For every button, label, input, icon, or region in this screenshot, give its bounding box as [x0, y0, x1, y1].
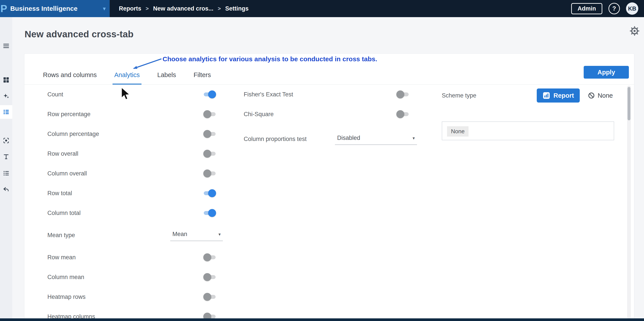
none-icon [588, 92, 595, 99]
scheme-type-options: Report None [537, 89, 614, 103]
bottom-edge [0, 318, 644, 321]
menu-icon[interactable] [0, 39, 12, 53]
setting-row-row-overall: Row overall [48, 144, 223, 164]
setting-row-column-proportions-test: Column proportions testDisabled▾ [244, 127, 417, 151]
setting-label: Row overall [48, 150, 78, 157]
setting-label: Column percentage [48, 131, 99, 137]
annotation-text: Choose analytics for various analysis to… [162, 55, 377, 63]
app-title: Business Intelligence [10, 5, 78, 12]
setting-label: Column proportions test [244, 136, 307, 143]
toggle-column-total[interactable] [203, 209, 216, 217]
select-column-proportions-test[interactable]: Disabled▾ [335, 133, 417, 145]
toggle-knob[interactable] [203, 273, 211, 281]
dashboard-icon[interactable] [0, 73, 12, 87]
setting-label: Fisher's Exact Test [244, 91, 293, 98]
bar-chart-icon [542, 92, 550, 100]
page-title: New advanced cross-tab [24, 29, 134, 40]
toggle-knob[interactable] [203, 110, 211, 118]
sidebar [0, 17, 12, 321]
panel-scrollbar[interactable] [627, 86, 631, 319]
chevron-down-icon[interactable]: ▾ [103, 5, 106, 12]
setting-label: Row percentage [48, 111, 90, 118]
toggle-knob[interactable] [203, 169, 211, 177]
toggle-column-mean[interactable] [203, 273, 216, 281]
select-value: Mean [172, 231, 187, 238]
toggle-knob[interactable] [208, 209, 216, 217]
help-button[interactable]: ? [608, 3, 620, 14]
gear-icon[interactable] [629, 26, 640, 37]
toggle-heatmap-rows[interactable] [203, 293, 216, 301]
tab-analytics[interactable]: Analytics [112, 71, 142, 84]
toggle-knob[interactable] [208, 189, 216, 197]
apply-button[interactable]: Apply [584, 66, 629, 79]
text-tool-icon[interactable] [0, 150, 12, 164]
setting-row-row-percentage: Row percentage [48, 104, 223, 124]
setting-row-heatmap-rows: Heatmap rows [48, 287, 223, 307]
toggle-knob[interactable] [208, 91, 216, 98]
select-value: Disabled [337, 135, 360, 141]
toggle-fisher-s-exact-test[interactable] [396, 90, 409, 99]
sparkles-icon[interactable] [0, 89, 12, 103]
scheme-report-label: Report [554, 92, 574, 99]
scheme-none-button[interactable]: None [586, 92, 614, 100]
chevron-down-icon: ▾ [412, 135, 415, 141]
scan-icon[interactable] [0, 134, 12, 147]
app-switcher[interactable]: P Business Intelligence ▾ [0, 0, 110, 17]
setting-label: Count [48, 91, 63, 98]
app-window: P Business Intelligence ▾ Reports>New ad… [0, 0, 644, 321]
breadcrumb-item-reports[interactable]: Reports [119, 5, 141, 12]
setting-row-fisher-s-exact-test: Fisher's Exact Test [244, 85, 417, 104]
topbar: P Business Intelligence ▾ Reports>New ad… [0, 0, 644, 17]
undo-icon[interactable] [0, 182, 12, 196]
select-mean-type[interactable]: Mean▾ [170, 229, 223, 241]
toggle-knob[interactable] [203, 130, 211, 138]
setting-row-count: Count [48, 85, 223, 104]
admin-button[interactable]: Admin [571, 3, 602, 14]
toggle-row-mean[interactable] [203, 253, 216, 261]
toggle-knob[interactable] [203, 293, 211, 301]
scheme-value-box[interactable]: None [442, 121, 614, 140]
setting-label: Row total [48, 190, 72, 197]
setting-row-mean-type: Mean typeMean▾ [48, 223, 223, 247]
scheme-report-button[interactable]: Report [537, 89, 580, 103]
settings-panel: Choose analytics for various analysis to… [24, 53, 634, 321]
scheme-type-row: Scheme type Report None [442, 85, 614, 107]
toggle-knob[interactable] [203, 253, 211, 261]
toggle-chi-square[interactable] [396, 110, 409, 118]
breadcrumb-separator-icon: > [218, 6, 221, 12]
setting-label: Column total [48, 210, 81, 216]
scheme-none-label: None [598, 92, 613, 99]
list-icon[interactable] [0, 166, 12, 180]
setting-label: Column mean [48, 274, 84, 281]
toggle-knob[interactable] [396, 91, 404, 98]
toggle-knob[interactable] [396, 110, 404, 118]
scheme-type-label: Scheme type [442, 92, 476, 99]
tab-rows-and-columns[interactable]: Rows and columns [41, 71, 98, 84]
breadcrumb-separator-icon: > [146, 6, 149, 12]
toggle-row-overall[interactable] [203, 150, 216, 158]
settings-column-2: Fisher's Exact TestChi-SquareColumn prop… [244, 85, 417, 151]
toggle-knob[interactable] [203, 150, 211, 158]
topbar-actions: Admin ? KB [571, 3, 644, 15]
toggle-row-total[interactable] [203, 189, 216, 197]
settings-column-1: CountRow percentageColumn percentageRow … [48, 85, 223, 321]
tab-filters[interactable]: Filters [192, 71, 213, 84]
user-avatar[interactable]: KB [626, 3, 638, 15]
breadcrumb-item-new-advanced-cros[interactable]: New advanced cros... [153, 5, 214, 12]
toggle-row-percentage[interactable] [203, 110, 216, 118]
toggle-column-overall[interactable] [203, 169, 216, 178]
setting-label: Mean type [48, 232, 75, 239]
scrollbar-thumb[interactable] [628, 87, 630, 120]
chevron-down-icon: ▾ [218, 232, 221, 237]
setting-row-chi-square: Chi-Square [244, 104, 417, 124]
breadcrumb-item-settings[interactable]: Settings [225, 5, 249, 12]
setting-label: Chi-Square [244, 111, 274, 118]
tab-labels[interactable]: Labels [156, 71, 178, 84]
setting-label: Column overall [48, 170, 87, 177]
analytics-settings: CountRow percentageColumn percentageRow … [24, 85, 625, 321]
setting-row-column-overall: Column overall [48, 164, 223, 183]
toggle-count[interactable] [203, 90, 216, 99]
toggle-column-percentage[interactable] [203, 130, 216, 138]
settings-column-scheme: Scheme type Report None None [442, 85, 614, 107]
crosstab-icon[interactable] [0, 105, 12, 119]
